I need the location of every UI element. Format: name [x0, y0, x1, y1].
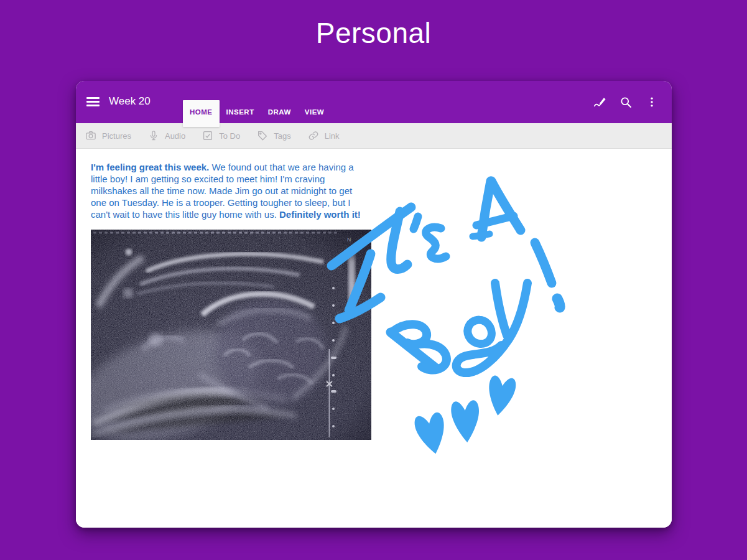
- page-name: Week 20: [109, 95, 151, 108]
- ribbon-item-audio[interactable]: Audio: [148, 130, 185, 141]
- camera-icon: [85, 130, 96, 141]
- ribbon-item-pictures[interactable]: Pictures: [85, 130, 131, 141]
- tab-view[interactable]: VIEW: [298, 100, 331, 123]
- app-header: Week 20 HOME INSERT DRAW VIEW: [76, 81, 672, 123]
- tab-insert[interactable]: INSERT: [220, 100, 261, 123]
- ribbon-item-label: Link: [325, 131, 340, 141]
- search-icon[interactable]: [617, 93, 634, 111]
- tab-home[interactable]: HOME: [183, 100, 220, 127]
- ribbon-item-tags[interactable]: Tags: [257, 130, 290, 141]
- ribbon-tabs: HOME INSERT DRAW VIEW: [183, 100, 331, 123]
- menu-icon[interactable]: [86, 97, 100, 106]
- tab-draw[interactable]: DRAW: [261, 100, 298, 123]
- onenote-window: Week 20 HOME INSERT DRAW VIEW: [76, 81, 672, 528]
- ink-pen-icon[interactable]: [591, 93, 608, 111]
- tag-icon: [257, 130, 268, 141]
- ribbon-toolbar: Pictures Audio To Do Tags: [76, 123, 672, 149]
- note-canvas[interactable]: I'm feeling great this week. We found ou…: [76, 149, 672, 528]
- appbar-actions: [591, 93, 661, 111]
- ribbon-item-label: To Do: [219, 131, 240, 141]
- link-icon: [308, 130, 319, 141]
- checkbox-icon: [202, 130, 213, 141]
- notebook-title: Personal: [0, 16, 747, 50]
- ribbon-item-label: Tags: [274, 131, 290, 141]
- microphone-icon: [148, 130, 159, 141]
- ultrasound-image[interactable]: N: [91, 230, 371, 440]
- overflow-menu-icon[interactable]: [643, 93, 661, 111]
- ribbon-item-todo[interactable]: To Do: [202, 130, 240, 141]
- ribbon-item-link[interactable]: Link: [308, 130, 340, 141]
- note-paragraph: I'm feeling great this week. We found ou…: [91, 161, 361, 220]
- ribbon-item-label: Audio: [165, 131, 185, 141]
- ribbon-item-label: Pictures: [102, 131, 131, 141]
